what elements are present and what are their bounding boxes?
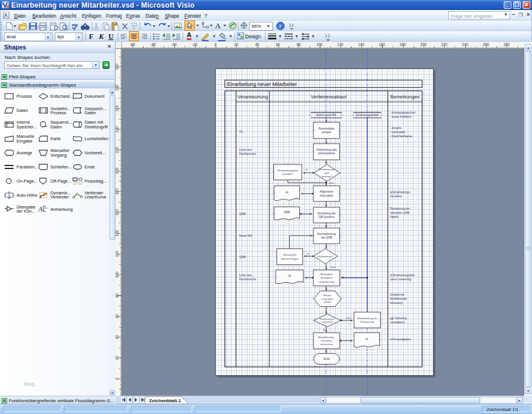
svg-text:260: 260 xyxy=(483,42,489,47)
svg-text:220: 220 xyxy=(441,42,448,47)
svg-text:0: 0 xyxy=(115,377,119,380)
svg-text:140: 140 xyxy=(115,230,119,236)
svg-text:- neues Verfahren: - neues Verfahren xyxy=(390,115,412,118)
svg-text:QMB: QMB xyxy=(239,213,246,216)
svg-text:Verfahrensablauf: Verfahrensablauf xyxy=(311,94,347,100)
svg-text:60: 60 xyxy=(115,314,119,319)
svg-text:nein: nein xyxy=(346,316,352,319)
svg-text:Kapitel: Kapitel xyxy=(390,216,398,218)
svg-text:benötigt?: benötigt? xyxy=(322,175,332,178)
svg-text:180: 180 xyxy=(399,42,406,47)
svg-text:280: 280 xyxy=(115,84,119,91)
svg-text:Einweisung: Einweisung xyxy=(361,320,374,323)
svg-text:QMB: QMB xyxy=(239,256,246,259)
svg-text:Klärung der: Klärung der xyxy=(283,253,296,256)
svg-text:20: 20 xyxy=(234,42,239,47)
svg-text:80: 80 xyxy=(115,293,119,298)
svg-text:fortlaufende: fortlaufende xyxy=(390,293,405,296)
svg-text:60: 60 xyxy=(276,42,280,47)
svg-text:Personalakte: Personalakte xyxy=(319,127,335,130)
svg-text:anlegen: anlegen xyxy=(322,131,332,134)
svg-text:Leiter des: Leiter des xyxy=(239,148,252,151)
svg-text:Neuer MA: Neuer MA xyxy=(239,234,252,237)
svg-text:nein: nein xyxy=(329,181,335,184)
svg-text:erstellen?: erstellen? xyxy=(282,173,294,175)
svg-text:archivieren: archivieren xyxy=(320,343,333,346)
svg-text:a): a) xyxy=(286,191,289,194)
svg-text:TXT: TXT xyxy=(44,207,49,210)
svg-text:ja: ja xyxy=(306,252,309,255)
svg-text:A: A xyxy=(215,21,221,30)
svg-text:160: 160 xyxy=(379,42,385,47)
svg-text:Einwei-: Einwei- xyxy=(323,294,332,297)
svg-text:120: 120 xyxy=(115,250,119,257)
svg-text:Information: Information xyxy=(320,194,333,197)
svg-text:plan: plan xyxy=(325,171,330,174)
svg-text:Ordnung?: Ordnung? xyxy=(322,320,333,323)
svg-text:100: 100 xyxy=(316,42,323,47)
svg-text:240: 240 xyxy=(462,42,468,47)
svg-text:Einarbeitungs-: Einarbeitungs- xyxy=(390,297,408,300)
svg-text:Vorbereitung des: Vorbereitung des xyxy=(316,148,337,151)
svg-text:b) Einarbeitungsplan: b) Einarbeitungsplan xyxy=(390,274,415,277)
svg-text:- Zeugnis,: - Zeugnis, xyxy=(390,127,402,130)
svg-text:b): b) xyxy=(288,274,291,277)
svg-text:(wenn notwendig): (wenn notwendig) xyxy=(390,278,412,281)
svg-text:-20: -20 xyxy=(192,42,198,47)
svg-text:100: 100 xyxy=(115,271,119,278)
svg-text:200: 200 xyxy=(115,167,119,174)
svg-text:sung über-: sung über- xyxy=(322,297,334,300)
svg-text:80: 80 xyxy=(296,42,301,47)
svg-text:280: 280 xyxy=(504,42,510,47)
svg-text:40: 40 xyxy=(115,334,119,339)
svg-text:Eintritt neuer MA: Eintritt neuer MA xyxy=(316,114,336,117)
svg-text:ggf. Schulung: ggf. Schulung xyxy=(390,317,407,320)
svg-text:Einarbeitungs-: Einarbeitungs- xyxy=(319,168,335,171)
svg-text:nein: nein xyxy=(331,266,336,269)
svg-text:40: 40 xyxy=(255,42,260,47)
svg-text:Unterweisung: Unterweisung xyxy=(319,280,335,283)
svg-text:QMB: QMB xyxy=(284,211,290,214)
svg-text:0: 0 xyxy=(214,42,217,47)
svg-text:Durcharbeitung: Durcharbeitung xyxy=(317,233,336,236)
svg-text:- Lebenslauf,: - Lebenslauf, xyxy=(390,131,406,134)
svg-text:220: 220 xyxy=(115,147,119,153)
svg-text:300: 300 xyxy=(115,64,119,70)
svg-text:offenen Fragen: offenen Fragen xyxy=(281,257,299,260)
svg-text:Leiter des: Leiter des xyxy=(239,274,252,277)
svg-text:Vorstellung des: Vorstellung des xyxy=(317,212,336,215)
svg-text:Einarbeitungsplan: Einarbeitungsplan xyxy=(277,169,299,172)
svg-text:ja: ja xyxy=(322,328,325,331)
svg-text:QM-Systems: QM-Systems xyxy=(319,216,335,218)
svg-text:Priorisierung der: Priorisierung der xyxy=(390,207,410,210)
svg-text:200: 200 xyxy=(421,42,427,47)
svg-text:GL.: GL. xyxy=(239,130,244,133)
svg-text:- Arbeitsplatzwechsel: - Arbeitsplatzwechsel xyxy=(390,111,415,114)
svg-text:Ende: Ende xyxy=(323,357,330,360)
svg-text:Fachbereichs: Fachbereichs xyxy=(239,153,256,155)
svg-text:260: 260 xyxy=(115,105,119,111)
svg-text:240: 240 xyxy=(115,126,119,133)
svg-text:betreuung: betreuung xyxy=(390,302,402,304)
svg-text:Einarbeitung neuer Mitarbeiter: Einarbeitung neuer Mitarbeiter xyxy=(227,81,297,87)
svg-text:-80: -80 xyxy=(130,42,136,47)
svg-text:-40: -40 xyxy=(171,42,177,47)
svg-text:180: 180 xyxy=(115,188,119,195)
svg-text:20: 20 xyxy=(115,356,119,360)
svg-text:A: A xyxy=(38,205,43,213)
svg-text:prüfen: prüfen xyxy=(324,300,332,303)
svg-text:ja: ja xyxy=(305,168,308,171)
svg-text:Allgemeine: Allgemeine xyxy=(320,190,333,193)
svg-text:Zeichenblatt-1: Zeichenblatt-1 xyxy=(149,398,181,403)
svg-text:120: 120 xyxy=(337,42,343,47)
svg-text:Bemerkungen: Bemerkungen xyxy=(390,94,419,100)
svg-text:140: 140 xyxy=(358,42,365,47)
svg-text:- Quali-Nachweise: - Quali-Nachweise xyxy=(390,135,412,138)
svg-text:Einarbeitungs-: Einarbeitungs- xyxy=(318,336,335,339)
svg-text:?: ? xyxy=(279,24,282,29)
svg-text:checkliste: checkliste xyxy=(390,195,402,198)
svg-text:bezogene: bezogene xyxy=(321,276,333,279)
svg-text:-60: -60 xyxy=(150,42,156,47)
svg-text:abc: abc xyxy=(72,23,78,27)
svg-text:checkliste: checkliste xyxy=(321,339,333,342)
